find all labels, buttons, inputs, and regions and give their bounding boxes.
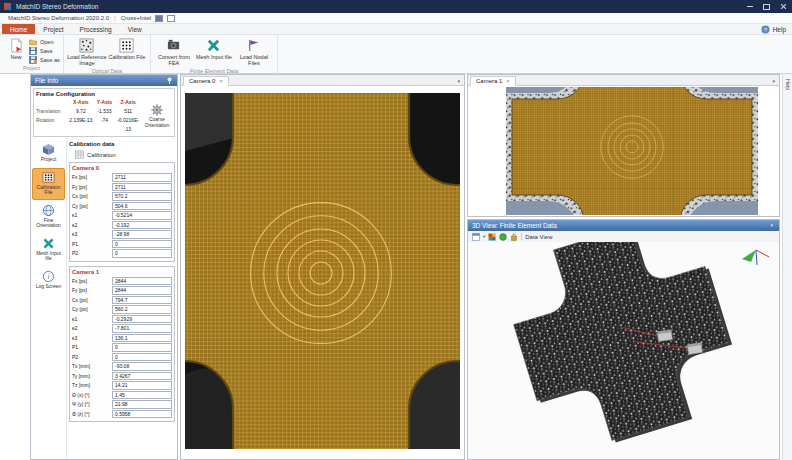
- parameter-value-field[interactable]: 0: [112, 249, 172, 258]
- calibration-file-button[interactable]: Calibration File: [107, 36, 147, 67]
- mesh-input-file-button[interactable]: Mesh Input file: [194, 36, 234, 67]
- parameter-value-field[interactable]: 560.2: [112, 305, 172, 314]
- y-axis-header: Y-Axis: [93, 98, 117, 107]
- camera1-viewport[interactable]: [468, 86, 779, 216]
- color-map-icon[interactable]: [488, 233, 496, 241]
- parameter-row: Φ (z) [°] 0.5958: [72, 410, 172, 419]
- view3d-scene: [468, 242, 779, 459]
- sidebar-item-project[interactable]: Project: [32, 140, 65, 167]
- parameter-value-field[interactable]: 1.45: [112, 391, 172, 400]
- lock-icon[interactable]: [510, 233, 518, 241]
- rotation-z-value: -0.0216E-13: [116, 116, 140, 134]
- view3d-panel: 3D View: Finite Element Data ▾ ▾ Data Vi…: [467, 219, 780, 460]
- window-title: MatchID Stereo Deformation: [16, 3, 98, 10]
- pin-icon[interactable]: [166, 77, 173, 85]
- tab-project[interactable]: Project: [35, 24, 71, 34]
- view3d-title: 3D View: Finite Element Data: [472, 222, 557, 229]
- parameter-value-field[interactable]: 2711: [112, 183, 172, 192]
- project-name-label: Cross+Intel: [121, 15, 152, 21]
- camera0-parameters-box: Camera 0 Fx [px] 2711 Fy [px] 2711: [69, 162, 175, 262]
- new-button[interactable]: New: [3, 36, 29, 64]
- camera1-image: [506, 87, 758, 215]
- rotation-y-value: -74: [93, 116, 117, 134]
- tab-home[interactable]: Home: [2, 24, 35, 34]
- camera0-tab[interactable]: Camera 0 ×: [183, 76, 229, 86]
- chevron-down-icon[interactable]: ▾: [770, 222, 775, 229]
- parameter-value-field[interactable]: 0.5958: [112, 410, 172, 419]
- ribbon-group-optical-data: Load Reference Image Calibration File Op…: [64, 35, 151, 73]
- parameter-value-field[interactable]: 3.4267: [112, 372, 172, 381]
- chevron-down-icon[interactable]: ▾: [483, 234, 485, 239]
- parameter-value-field[interactable]: -7.801: [112, 324, 172, 333]
- parameter-value-field[interactable]: 136.1: [112, 334, 172, 343]
- sidebar-item-label: Log Screen: [36, 284, 62, 290]
- help-button[interactable]: ? Help: [761, 24, 792, 34]
- convert-from-fea-button[interactable]: Convert from FEA: [154, 36, 194, 67]
- calibration-data-title: Calibration data: [69, 141, 175, 147]
- chevron-down-icon[interactable]: ▾: [457, 78, 462, 85]
- parameter-row: Fx [px] 2711: [72, 173, 172, 182]
- parameter-value-field[interactable]: 570.2: [112, 192, 172, 201]
- camera1-marker: [687, 343, 702, 355]
- parameter-row: Tx [mm] -93.08: [72, 362, 172, 371]
- quick-access-button-1[interactable]: [155, 15, 163, 22]
- parameter-value-field[interactable]: 14.21: [112, 381, 172, 390]
- sphere-icon[interactable]: [499, 233, 507, 241]
- parameter-row: κ2 -0.192: [72, 221, 172, 230]
- parameter-value-field[interactable]: -93.08: [112, 362, 172, 371]
- sidebar-item-log-screen[interactable]: i Log Screen: [32, 267, 65, 294]
- minimize-button[interactable]: [741, 0, 758, 13]
- sidebar-item-calibration-file[interactable]: Calibration File: [32, 168, 65, 200]
- parameter-value-field[interactable]: 794.7: [112, 296, 172, 305]
- camera0-tab-close-icon[interactable]: ×: [219, 78, 223, 84]
- camera1-tab-close-icon[interactable]: ×: [506, 78, 510, 84]
- sidebar-item-mesh-input-file[interactable]: Mesh Input file: [32, 234, 65, 266]
- coarse-orientation-button[interactable]: Coarse Orientation: [142, 98, 172, 134]
- save-label: Save: [40, 48, 53, 54]
- parameter-value-field[interactable]: 21.98: [112, 400, 172, 409]
- chevron-down-icon[interactable]: ▾: [772, 78, 777, 85]
- camera0-view-panel: Camera 0 × ▾: [180, 74, 465, 460]
- camera0-viewport[interactable]: [181, 86, 464, 459]
- maximize-icon: [763, 4, 770, 10]
- quick-access-button-2[interactable]: [167, 15, 175, 22]
- camera1-tab[interactable]: Camera 1 ×: [470, 76, 516, 86]
- parameter-value-field[interactable]: 504.6: [112, 202, 172, 211]
- view-mode-icon[interactable]: [472, 233, 480, 241]
- calibration-plate-icon: [42, 171, 55, 184]
- parameter-value-field[interactable]: 0: [112, 343, 172, 352]
- tab-processing[interactable]: Processing: [72, 24, 120, 34]
- calibration-item[interactable]: Calibration: [75, 150, 175, 159]
- titlebar: MatchID Stereo Deformation: [0, 0, 792, 13]
- load-nodal-files-button[interactable]: Load Nodal Files: [234, 36, 274, 67]
- mesh-input-file-label: Mesh Input file: [196, 54, 232, 60]
- parameter-value-field[interactable]: 2711: [112, 173, 172, 182]
- parameter-label: P2: [72, 250, 112, 256]
- save-button[interactable]: Save: [29, 47, 60, 55]
- parameter-value-field[interactable]: -28.98: [112, 230, 172, 239]
- collapsed-help-tab[interactable]: Help: [785, 79, 791, 90]
- save-disk-icon: [29, 47, 37, 55]
- load-reference-image-button[interactable]: Load Reference Image: [67, 36, 107, 67]
- save-as-button[interactable]: Save as: [29, 56, 60, 64]
- file-info-panel: File Info Frame Configuration X-Axis Y-A…: [30, 74, 178, 460]
- parameter-value-field[interactable]: 0: [112, 353, 172, 362]
- camera0-tab-bar: Camera 0 × ▾: [181, 75, 464, 86]
- parameter-row: P2 0: [72, 249, 172, 258]
- parameter-value-field[interactable]: 0: [112, 240, 172, 249]
- parameter-row: P1 0: [72, 240, 172, 249]
- parameter-value-field[interactable]: -0.5214: [112, 211, 172, 220]
- parameter-row: κ2 -7.801: [72, 324, 172, 333]
- tab-view[interactable]: View: [120, 24, 150, 34]
- view3d-viewport[interactable]: [468, 242, 779, 459]
- open-button[interactable]: Open: [29, 38, 60, 46]
- sidebar-item-fine-orientation[interactable]: Fine Orientation: [32, 201, 65, 233]
- parameter-value-field[interactable]: 2844: [112, 286, 172, 295]
- parameter-value-field[interactable]: 2844: [112, 277, 172, 286]
- parameter-value-field[interactable]: -0.2929: [112, 315, 172, 324]
- new-document-icon: [9, 38, 24, 53]
- project-small-buttons: Open Save Save as: [29, 36, 60, 64]
- parameter-value-field[interactable]: -0.192: [112, 221, 172, 230]
- maximize-button[interactable]: [758, 0, 775, 13]
- close-button[interactable]: [775, 0, 792, 13]
